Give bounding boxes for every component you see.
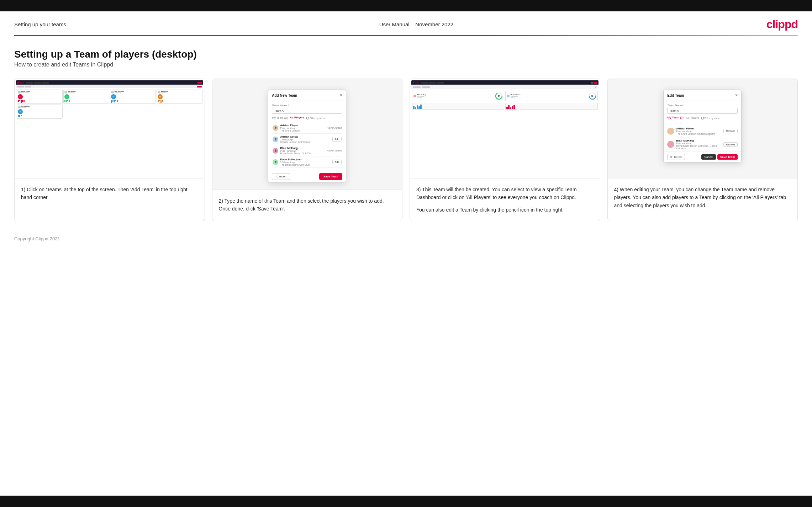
tab-all-players[interactable]: All Players <box>290 116 305 120</box>
bar-20 <box>19 115 20 117</box>
score-ring-72: 72 <box>589 92 596 100</box>
edit-player-detail-1a: Plus Handicap <box>676 130 722 133</box>
nav-teams-2 <box>429 82 436 84</box>
delete-label: Delete <box>674 155 682 159</box>
modal-title: Add New Team <box>272 94 297 97</box>
cancel-button[interactable]: Cancel <box>272 173 290 180</box>
player-detail-db2: The Dog Maging Golf Club <box>280 164 331 166</box>
delete-team-button[interactable]: 🗑 Delete <box>667 154 685 160</box>
bar-chart-1 <box>412 103 504 110</box>
player-info-2: Adrian Colba 1 Handicap Central London G… <box>280 135 331 143</box>
edit-team-name-input[interactable] <box>667 108 738 114</box>
cards-container: clippd <box>0 75 812 232</box>
add-player-db-button[interactable]: Add <box>332 160 342 164</box>
player-name-bm: Blair McHarg <box>280 146 325 150</box>
bar-9 <box>69 100 70 102</box>
filter-all <box>422 86 430 88</box>
save-team-edit-button[interactable]: Save Team <box>717 154 738 160</box>
tab-filter-by-name[interactable]: Filter by name <box>306 117 325 119</box>
remove-player-2-button[interactable]: Remove <box>723 142 738 147</box>
action-icon-2 <box>594 82 597 84</box>
player-list: 👤 Adrian Player Plus Handicap The Shire … <box>272 122 342 168</box>
player-detail-bm2: Royal North Devon Golf Club <box>280 152 325 155</box>
edit-tab-my-team[interactable]: My Team (2) <box>667 116 684 120</box>
chart-bar-2a <box>506 107 508 109</box>
copyright-text: Copyright Clippd 2021 <box>14 236 60 241</box>
edit-modal-tabs: My Team (2) All Players Filter by name <box>667 116 738 120</box>
player-score-4: 78 <box>158 94 163 99</box>
edit-filter-checkbox[interactable] <box>701 117 704 119</box>
edit-player-detail-1b: The Shire London, United Kingdom <box>676 133 722 135</box>
header-center-text: User Manual – November 2022 <box>379 21 453 27</box>
chart-bar-1b <box>415 107 416 109</box>
edit-player-avatar-1 <box>667 128 674 135</box>
player-avatar-3 <box>111 91 114 94</box>
player-bars-4 <box>158 100 201 103</box>
player-score-1: 84 <box>18 94 23 99</box>
edit-filter-label: Filter by name <box>705 117 720 119</box>
player-detail-1: Player Handicap <box>21 92 30 94</box>
player-card-5: Richard Butler Golf Club 72 <box>17 105 63 119</box>
save-team-button[interactable]: Save Team <box>319 173 342 180</box>
edit-player-info-1: Adrian Player Plus Handicap The Shire Lo… <box>676 127 722 135</box>
player-avatar-2 <box>64 91 67 94</box>
filter-checkbox[interactable] <box>306 117 309 119</box>
player-detail-ap1: Plus Handicap <box>280 127 325 129</box>
nav-item-home <box>26 82 33 84</box>
dash-topbar-2: clippd <box>411 80 599 85</box>
player-score-5: 72 <box>18 109 23 114</box>
score-avatar-bm <box>413 95 416 97</box>
player-detail-db1: 5.5 Handicap <box>280 161 331 164</box>
edit-tab-filter[interactable]: Filter by name <box>701 117 720 119</box>
bar-1 <box>18 100 19 102</box>
player-detail-5: Golf Club <box>21 107 30 108</box>
score-avatar-rb <box>507 95 510 97</box>
score-grid: Blair McHarg Plus Handicap Golf Club 94 <box>411 90 599 102</box>
edit-cancel-button[interactable]: Cancel <box>701 154 716 160</box>
chart-bar-2c <box>510 107 511 109</box>
edit-player-item-2: Blair McHarg Plus Handicap Royal North D… <box>664 137 741 152</box>
player-detail-4: 3 Handicap <box>161 92 168 94</box>
player-avatar-1 <box>18 91 21 94</box>
add-team-btn[interactable] <box>197 82 202 84</box>
edit-player-detail-2a: Plus Handicap <box>676 142 722 145</box>
bar-10 <box>111 100 112 103</box>
modal-close-icon[interactable]: × <box>340 93 342 98</box>
edit-modal-body: Team Name * My Team (2) All Players Filt… <box>664 101 741 125</box>
clippd-logo: clippd <box>766 18 798 31</box>
edit-modal-header: Edit Team × <box>664 90 741 101</box>
score-ring-94: 94 <box>495 92 503 100</box>
player-avatar-bm: 👤 <box>273 148 278 154</box>
player-avatar-ac: 👤 <box>273 137 278 142</box>
player-avatar-5 <box>18 106 21 108</box>
edit-modal-close-icon[interactable]: × <box>735 93 738 98</box>
top-actions <box>591 82 597 84</box>
pencil-icon[interactable]: ✏ <box>595 86 597 88</box>
bar-3 <box>21 100 22 103</box>
bar-5 <box>23 100 25 102</box>
player-cards-grid: Adrian Collins Player Handicap 84 <box>16 89 203 119</box>
header: Setting up your teams User Manual – Nove… <box>0 11 812 35</box>
add-player-ac-button[interactable]: Add <box>332 137 342 142</box>
card-2-step-text: 2) Type the name of this Team and then s… <box>219 198 384 212</box>
bottom-bar <box>0 496 812 507</box>
player-score-2: 0 <box>64 94 69 99</box>
player-bars-3 <box>111 100 155 103</box>
card-1-text: 1) Click on 'Teams' at the top of the sc… <box>15 178 205 221</box>
chart-bars-2 <box>506 104 596 109</box>
card-2: Add New Team × Team Name * My Team (2) A… <box>212 79 403 221</box>
team-name-input[interactable] <box>272 108 342 114</box>
card-4: Edit Team × Team Name * My Team (2) All … <box>607 79 798 221</box>
remove-player-1-button[interactable]: Remove <box>723 129 738 133</box>
edit-modal-footer: 🗑 Delete Cancel Save Team <box>664 152 741 162</box>
tab-my-team[interactable]: My Team (2) <box>272 116 288 120</box>
bar-7 <box>66 100 67 102</box>
player-item-3: 👤 Blair McHarg Plus Handicap Royal North… <box>272 145 342 156</box>
bar-21 <box>21 115 22 116</box>
edit-tab-all-players[interactable]: All Players <box>686 116 699 120</box>
modal-footer: Cancel Save Team <box>268 171 346 182</box>
dash-topbar: clippd <box>16 80 203 85</box>
bar-4 <box>22 100 23 102</box>
edit-modal-title: Edit Team <box>667 94 684 97</box>
nav-item-perf <box>42 82 49 84</box>
